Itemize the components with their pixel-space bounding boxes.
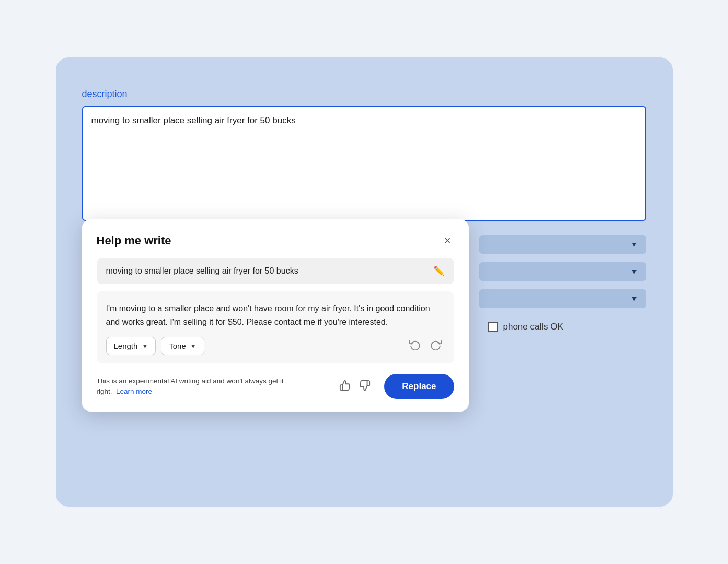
dropdown-arrow-2: ▼: [631, 267, 638, 276]
description-label: description: [82, 89, 646, 100]
tone-label: Tone: [169, 342, 186, 350]
help-modal: Help me write × moving to smaller place …: [82, 219, 469, 412]
dropdown-row-2[interactable]: ▼: [479, 262, 646, 281]
edit-icon[interactable]: ✏️: [433, 265, 445, 277]
thumbs-down-button[interactable]: [357, 379, 373, 395]
ai-output-box: I'm moving to a smaller place and won't …: [97, 291, 454, 363]
icons-row: [406, 337, 445, 355]
length-label: Length: [114, 342, 138, 350]
dropdown-row-3[interactable]: ▼: [479, 289, 646, 308]
thumbs-up-button[interactable]: [337, 379, 353, 395]
modal-header: Help me write ×: [97, 234, 454, 248]
modal-footer: This is an experimental AI writing aid a…: [97, 374, 454, 399]
close-button[interactable]: ×: [441, 234, 454, 248]
redo-button[interactable]: [427, 337, 445, 355]
dropdown-arrow-3: ▼: [631, 295, 638, 303]
undo-button[interactable]: [406, 337, 424, 355]
input-summary-text: moving to smaller place selling air frye…: [106, 266, 298, 276]
length-dropdown-arrow: ▼: [142, 343, 148, 350]
tone-dropdown-arrow: ▼: [190, 343, 197, 350]
controls-row: Length ▼ Tone ▼: [106, 337, 445, 355]
phone-calls-checkbox[interactable]: [488, 322, 498, 332]
description-textarea[interactable]: moving to smaller place selling air frye…: [82, 106, 646, 221]
ai-output-text: I'm moving to a smaller place and won't …: [106, 302, 445, 328]
dropdown-arrow-1: ▼: [631, 240, 638, 249]
modal-title: Help me write: [97, 234, 171, 248]
tone-dropdown[interactable]: Tone ▼: [161, 337, 204, 355]
phone-calls-row: phone calls OK: [479, 316, 646, 337]
dropdown-row-1[interactable]: ▼: [479, 235, 646, 254]
footer-icons: Replace: [337, 374, 454, 399]
input-summary-row: moving to smaller place selling air frye…: [97, 258, 454, 284]
phone-calls-label: phone calls OK: [503, 322, 563, 332]
learn-more-link[interactable]: Learn more: [116, 387, 152, 395]
outer-container: description moving to smaller place sell…: [56, 57, 673, 507]
replace-button[interactable]: Replace: [384, 374, 454, 399]
footer-left: This is an experimental AI writing aid a…: [97, 376, 295, 397]
length-dropdown[interactable]: Length ▼: [106, 337, 156, 355]
right-panel: ▼ ▼ ▼ phone calls OK: [479, 235, 646, 337]
